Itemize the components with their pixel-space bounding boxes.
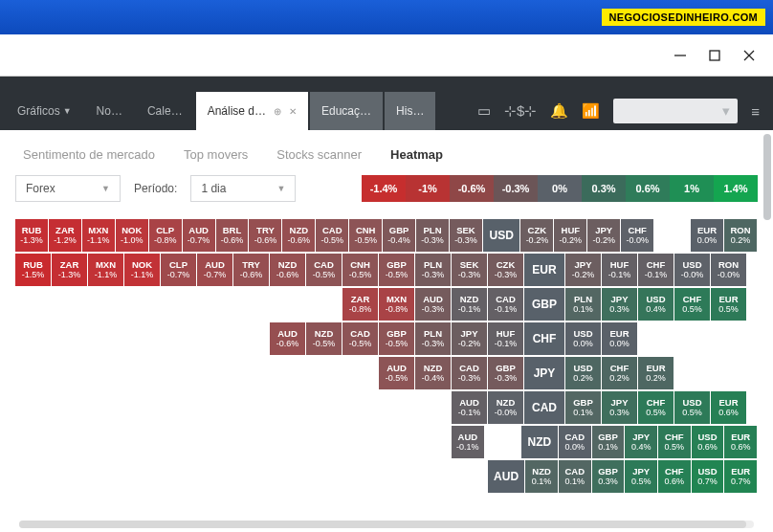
base-currency[interactable]: GBP [524, 288, 564, 321]
heatmap-cell[interactable]: USD0.2% [565, 357, 601, 389]
subtab-top[interactable]: Top movers [184, 147, 248, 162]
heatmap-cell[interactable]: CAD-0.5% [316, 219, 348, 252]
maximize-button[interactable] [708, 49, 721, 62]
tab-his[interactable]: His… [385, 92, 435, 130]
heatmap-cell[interactable]: NZD-0.0% [488, 391, 523, 424]
heatmap-cell[interactable]: GBP0.3% [592, 460, 625, 493]
heatmap-cell[interactable]: MXN-0.8% [379, 288, 414, 321]
wifi-icon[interactable]: 📶 [582, 102, 600, 120]
heatmap-cell[interactable]: SEK-0.3% [452, 254, 487, 286]
heatmap-cell[interactable]: JPY0.5% [625, 460, 657, 493]
heatmap-cell[interactable]: CNH-0.5% [349, 219, 382, 252]
heatmap-cell[interactable]: JPY0.3% [602, 391, 637, 424]
heatmap-cell[interactable]: GBP0.1% [592, 426, 625, 458]
base-currency[interactable]: CHF [524, 322, 564, 355]
base-currency[interactable]: CAD [524, 391, 564, 424]
heatmap-cell[interactable]: USD0.5% [674, 391, 710, 424]
tab-graficos[interactable]: Gráficos▼ [6, 92, 83, 130]
heatmap-cell[interactable]: GBP-0.5% [379, 254, 414, 286]
heatmap-cell[interactable]: RON0.2% [724, 219, 757, 252]
heatmap-cell[interactable]: USD0.6% [692, 426, 724, 458]
heatmap-cell[interactable]: MXN-1.1% [88, 254, 123, 286]
menu-icon[interactable]: ≡ [751, 103, 760, 120]
minimize-button[interactable] [674, 49, 687, 62]
heatmap-cell[interactable]: RUB-1.3% [15, 219, 48, 252]
base-currency[interactable]: USD [483, 219, 520, 252]
heatmap-cell[interactable]: CLP-0.7% [161, 254, 196, 286]
heatmap-cell[interactable]: NZD-0.6% [282, 219, 315, 252]
layout-icon[interactable]: ▭ [477, 102, 491, 120]
vertical-scrollbar[interactable] [763, 134, 771, 220]
heatmap-cell[interactable]: TRY-0.6% [233, 254, 269, 286]
rates-icon[interactable]: ⊹$⊹ [504, 102, 537, 120]
heatmap-cell[interactable]: MXN-1.1% [82, 219, 115, 252]
bell-icon[interactable]: 🔔 [550, 102, 568, 120]
heatmap-cell[interactable]: PLN-0.3% [416, 219, 449, 252]
base-currency[interactable]: EUR [524, 254, 564, 286]
heatmap-cell[interactable]: NZD0.1% [525, 460, 558, 493]
heatmap-cell[interactable]: RON-0.0% [711, 254, 746, 286]
heatmap-cell[interactable]: CHF-0.1% [638, 254, 674, 286]
tab-close-icon[interactable]: ✕ [289, 106, 297, 117]
heatmap-cell[interactable]: EUR0.0% [602, 322, 637, 355]
heatmap-cell[interactable]: RUB-1.5% [15, 254, 51, 286]
tab-no[interactable]: No… [85, 92, 134, 130]
heatmap-cell[interactable]: JPY0.4% [625, 426, 657, 458]
heatmap-cell[interactable]: GBP-0.5% [379, 322, 414, 355]
heatmap-cell[interactable]: CAD0.0% [559, 426, 591, 458]
heatmap-cell[interactable]: USD0.4% [638, 288, 674, 321]
heatmap-cell[interactable]: NOK-1.1% [124, 254, 160, 286]
heatmap-cell[interactable]: USD0.0% [565, 322, 601, 355]
tab-cale[interactable]: Cale… [136, 92, 194, 130]
heatmap-cell[interactable]: CHF0.6% [658, 460, 691, 493]
heatmap-cell[interactable]: ZAR-0.8% [342, 288, 378, 321]
subtab-heatmap[interactable]: Heatmap [390, 147, 443, 162]
tab-analise[interactable]: Análise d…⊕✕ [196, 92, 308, 130]
heatmap-cell[interactable]: NZD-0.4% [415, 357, 451, 389]
instrument-select[interactable]: Forex▼ [15, 175, 121, 202]
heatmap-cell[interactable]: CHF0.5% [674, 288, 710, 321]
heatmap-cell[interactable]: CLP-0.8% [149, 219, 182, 252]
heatmap-cell[interactable]: EUR0.2% [638, 357, 674, 389]
account-selector[interactable]: ▾ [613, 99, 738, 123]
heatmap-cell[interactable]: HUF-0.1% [488, 322, 523, 355]
heatmap-cell[interactable]: CHF-0.0% [621, 219, 653, 252]
heatmap-cell[interactable]: NZD-0.1% [452, 288, 487, 321]
heatmap-cell[interactable]: CAD-0.5% [306, 254, 342, 286]
heatmap-cell[interactable]: ZAR-1.3% [52, 254, 87, 286]
heatmap-cell[interactable]: BRL-0.6% [216, 219, 249, 252]
heatmap-cell[interactable]: PLN0.1% [565, 288, 601, 321]
heatmap-cell[interactable]: CAD0.1% [559, 460, 591, 493]
heatmap-cell[interactable]: EUR0.5% [711, 288, 746, 321]
tab-pin-icon[interactable]: ⊕ [274, 106, 281, 117]
heatmap-cell[interactable]: CNH-0.5% [342, 254, 378, 286]
heatmap-cell[interactable]: GBP0.1% [565, 391, 601, 424]
heatmap-cell[interactable]: JPY-0.2% [452, 322, 487, 355]
tab-educa[interactable]: Educaç… [310, 92, 383, 130]
heatmap-cell[interactable]: USD0.7% [692, 460, 724, 493]
horizontal-scrollbar[interactable] [19, 521, 754, 528]
heatmap-cell[interactable]: NZD-0.6% [270, 254, 305, 286]
period-select[interactable]: 1 dia▼ [190, 175, 296, 202]
heatmap-cell[interactable]: AUD-0.1% [452, 391, 487, 424]
heatmap-cell[interactable]: AUD-0.6% [270, 322, 305, 355]
heatmap-cell[interactable]: CHF0.5% [638, 391, 674, 424]
heatmap-cell[interactable]: JPY-0.2% [565, 254, 601, 286]
heatmap-cell[interactable]: AUD-0.5% [379, 357, 414, 389]
heatmap-cell[interactable]: CAD-0.3% [452, 357, 487, 389]
heatmap-cell[interactable]: NOK-1.0% [116, 219, 148, 252]
heatmap-cell[interactable]: CZK-0.2% [520, 219, 553, 252]
heatmap-cell[interactable]: CHF0.2% [602, 357, 637, 389]
base-currency[interactable]: AUD [488, 460, 524, 493]
heatmap-cell[interactable]: HUF-0.1% [602, 254, 637, 286]
heatmap-cell[interactable]: EUR0.0% [691, 219, 723, 252]
heatmap-cell[interactable]: AUD-0.7% [183, 219, 215, 252]
heatmap-cell[interactable]: CAD-0.5% [342, 322, 378, 355]
heatmap-cell[interactable]: TRY-0.6% [249, 219, 281, 252]
heatmap-cell[interactable]: GBP-0.4% [383, 219, 415, 252]
heatmap-cell[interactable]: SEK-0.3% [450, 219, 482, 252]
subtab-stocks[interactable]: Stocks scanner [276, 147, 362, 162]
heatmap-cell[interactable]: EUR0.6% [711, 391, 746, 424]
heatmap-cell[interactable]: EUR0.6% [724, 426, 757, 458]
heatmap-cell[interactable]: AUD-0.1% [452, 426, 484, 458]
